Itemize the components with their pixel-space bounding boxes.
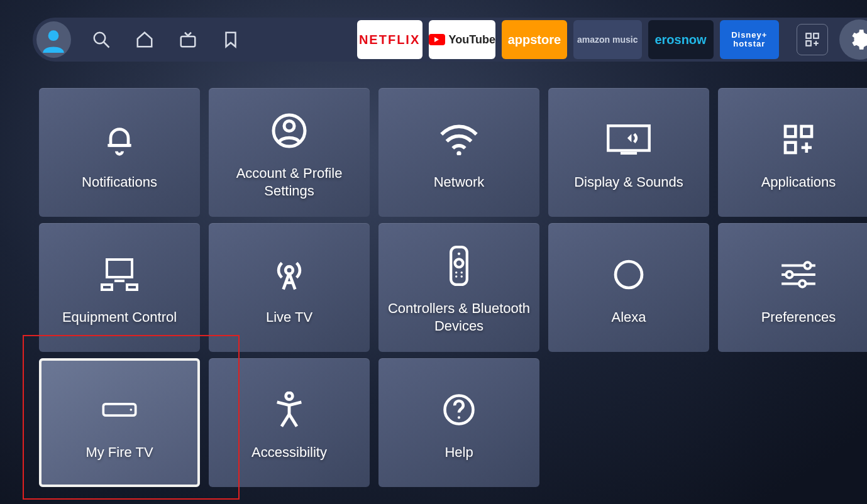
tile-label: Applications (761, 173, 836, 191)
tile-help[interactable]: Help (378, 358, 539, 487)
svg-rect-21 (102, 285, 112, 290)
app-youtube[interactable]: YouTube (429, 20, 495, 59)
tile-label: Alexa (611, 309, 646, 326)
apps-grid-icon (804, 31, 820, 48)
tile-label: Accessibility (251, 444, 327, 461)
svg-point-29 (461, 271, 463, 273)
app-hotstar-label: Disney+ hotstar (720, 31, 780, 49)
account-icon (215, 106, 363, 156)
svg-point-10 (284, 121, 294, 131)
svg-rect-15 (802, 126, 812, 136)
tile-accessibility[interactable]: Accessibility (209, 358, 370, 487)
app-amazon-music[interactable]: amazon music (573, 20, 642, 59)
wifi-icon (385, 114, 533, 165)
svg-point-32 (616, 261, 642, 288)
top-navbar: NETFLIX YouTube appstore amazon music er… (33, 18, 867, 62)
library-button[interactable] (213, 21, 249, 58)
svg-rect-14 (785, 126, 795, 136)
svg-point-27 (455, 259, 463, 267)
tile-controllers-bluetooth[interactable]: Controllers & Bluetooth Devices (378, 223, 539, 352)
tile-label: My Fire TV (86, 444, 153, 461)
tile-network[interactable]: Network (378, 88, 539, 217)
tile-equipment-control[interactable]: Equipment Control (39, 223, 200, 352)
tile-label: Help (445, 444, 473, 461)
svg-rect-5 (814, 33, 819, 38)
display-sound-icon (555, 114, 703, 165)
tile-label: Preferences (761, 309, 836, 326)
profile-button[interactable] (36, 21, 71, 58)
alexa-ring-icon (555, 249, 703, 300)
svg-point-26 (458, 253, 460, 255)
svg-point-36 (786, 271, 792, 278)
youtube-play-icon (429, 34, 445, 45)
tile-account-profile[interactable]: Account & Profile Settings (209, 88, 370, 217)
profile-icon (40, 26, 67, 53)
svg-line-2 (104, 42, 109, 48)
svg-rect-3 (180, 36, 195, 47)
settings-button[interactable] (839, 19, 867, 60)
svg-point-38 (799, 280, 805, 287)
tile-label: Live TV (266, 309, 312, 326)
apps-add-icon (724, 114, 867, 165)
bell-icon (45, 114, 194, 165)
tile-applications[interactable]: Applications (718, 88, 867, 217)
tile-label: Equipment Control (62, 309, 177, 326)
equipment-icon (45, 249, 194, 300)
tile-label: Account & Profile Settings (215, 165, 363, 199)
device-icon (45, 385, 194, 435)
svg-rect-16 (785, 142, 795, 152)
tv-icon (179, 30, 197, 49)
svg-point-11 (456, 151, 461, 155)
svg-point-34 (804, 262, 810, 268)
tile-live-tv[interactable]: Live TV (209, 223, 370, 352)
app-amazon-music-label: amazon music (577, 35, 638, 45)
app-erosnow-label: erosnow (654, 33, 706, 47)
settings-grid: Notifications Account & Profile Settings… (39, 88, 867, 487)
home-icon (135, 30, 154, 49)
app-appstore[interactable]: appstore (502, 20, 567, 59)
tile-label: Display & Sounds (574, 173, 683, 191)
tile-preferences[interactable]: Preferences (718, 223, 867, 352)
help-icon (385, 385, 533, 435)
svg-point-1 (94, 33, 106, 44)
svg-point-31 (461, 275, 463, 277)
bookmark-icon (221, 30, 240, 49)
app-erosnow[interactable]: erosnow (648, 20, 714, 59)
tile-label: Controllers & Bluetooth Devices (385, 300, 533, 334)
svg-rect-6 (806, 41, 811, 46)
app-youtube-label: YouTube (449, 33, 495, 47)
remote-icon (385, 241, 533, 291)
svg-point-28 (455, 271, 457, 273)
tile-display-sounds[interactable]: Display & Sounds (548, 88, 709, 217)
svg-rect-4 (806, 33, 811, 38)
all-apps-button[interactable] (797, 24, 828, 55)
sliders-icon (724, 249, 867, 300)
app-netflix-label: NETFLIX (359, 33, 420, 47)
svg-point-44 (458, 416, 460, 419)
search-icon (92, 30, 111, 49)
app-appstore-label: appstore (508, 33, 561, 47)
svg-point-40 (130, 408, 133, 411)
accessibility-icon (215, 385, 363, 435)
tile-label: Network (434, 173, 485, 191)
gear-icon (848, 28, 867, 52)
svg-point-41 (286, 393, 293, 400)
tile-notifications[interactable]: Notifications (39, 88, 200, 217)
svg-rect-22 (127, 285, 137, 290)
svg-rect-19 (107, 260, 132, 277)
app-disney-hotstar[interactable]: Disney+ hotstar (720, 20, 780, 59)
app-netflix[interactable]: NETFLIX (357, 20, 422, 59)
svg-point-0 (48, 30, 59, 41)
tile-alexa[interactable]: Alexa (548, 223, 709, 352)
tile-my-fire-tv[interactable]: My Fire TV (39, 358, 200, 487)
home-button[interactable] (127, 21, 163, 58)
search-button[interactable] (84, 21, 119, 58)
svg-point-23 (285, 266, 293, 274)
svg-point-30 (455, 275, 457, 277)
antenna-icon (215, 249, 363, 300)
tile-label: Notifications (82, 173, 157, 191)
live-button[interactable] (170, 21, 206, 58)
